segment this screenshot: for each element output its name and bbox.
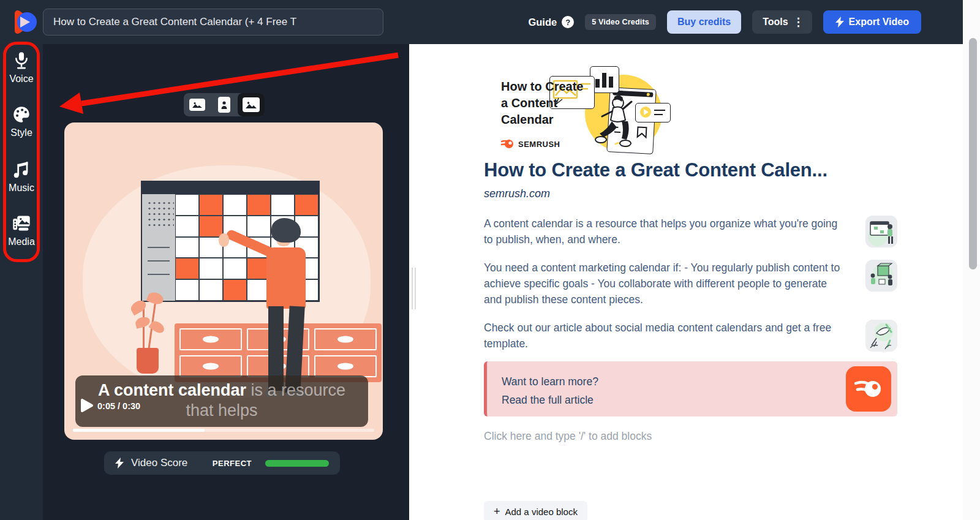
aspect-wide-button-selected[interactable] [238, 93, 265, 116]
top-bar: Guide ? 5 Video Credits Buy credits Tool… [0, 0, 963, 44]
video-canvas[interactable]: A content calendar is a resource that he… [64, 122, 383, 440]
learn-more-callout[interactable]: Want to learn more? Read the full articl… [484, 361, 897, 416]
featured-person-doodle [590, 93, 645, 154]
video-preview-panel: A content calendar is a resource that he… [43, 44, 409, 520]
page-scrollbar [963, 0, 980, 520]
subtitle-overlay[interactable]: A content calendar is a resource that he… [75, 375, 368, 427]
tools-label: Tools [763, 17, 788, 28]
featured-title-line3: Calendar [501, 111, 583, 128]
video-score-meter [265, 460, 329, 467]
featured-image[interactable]: How to Create a Content Calendar SEMRUSH [493, 66, 671, 158]
sidebar-item-music[interactable]: Music [0, 160, 43, 194]
export-label: Export Video [849, 17, 909, 28]
scene-thumbnail-2[interactable] [865, 260, 897, 292]
video-score-bar[interactable]: Video Score PERFECT [104, 451, 340, 475]
storyboard-panel: How to Create a Content Calendar SEMRUSH… [409, 44, 963, 520]
pictory-logo-icon[interactable] [10, 8, 38, 36]
project-title-input[interactable] [43, 9, 383, 36]
music-note-icon [13, 160, 30, 179]
caption-highlight: A content calendar [98, 381, 246, 399]
media-icon [12, 214, 31, 233]
sidebar-label-music: Music [0, 183, 43, 194]
sidebar-label-style: Style [0, 127, 43, 138]
guide-label: Guide [528, 17, 557, 28]
aspect-ratio-toggle [184, 93, 265, 116]
aspect-portrait-button[interactable] [211, 93, 238, 116]
script-block-2: You need a content marketing calendar if… [484, 260, 897, 307]
kebab-menu-icon: ⋮ [793, 17, 804, 28]
add-video-block-button[interactable]: + Add a video block [484, 501, 587, 520]
scrollbar-thumb[interactable] [969, 38, 977, 269]
callout-line2[interactable]: Read the full article [502, 391, 598, 409]
script-text-3[interactable]: Check out our article about social media… [484, 320, 845, 352]
landscape-image-icon [189, 99, 205, 111]
featured-title-line2: a Content [501, 95, 583, 111]
script-block-3: Check out our article about social media… [484, 320, 897, 352]
export-video-button[interactable]: Export Video [823, 10, 921, 34]
add-video-block-label: Add a video block [505, 507, 578, 517]
script-text-1[interactable]: A content calendar is a resource that he… [484, 216, 845, 247]
portrait-person-icon [218, 97, 230, 113]
microphone-icon [13, 51, 30, 70]
sidebar-item-media[interactable]: Media [0, 214, 43, 247]
source-domain: semrush.com [484, 187, 550, 200]
video-score-label: Video Score [131, 457, 187, 469]
video-progress-bar[interactable] [73, 429, 374, 432]
semrush-tile-icon [846, 366, 891, 412]
script-title[interactable]: How to Create a Great Content Calen... [484, 159, 897, 181]
lightning-icon [835, 17, 844, 28]
sidebar-item-style[interactable]: Style [0, 105, 43, 138]
featured-title-line1: How to Create [501, 78, 583, 95]
help-icon[interactable]: ? [562, 16, 574, 28]
sidebar-item-voice[interactable]: Voice [0, 51, 43, 85]
featured-brand-name: SEMRUSH [518, 140, 560, 149]
plus-icon: + [494, 506, 500, 517]
video-score-value: PERFECT [213, 459, 252, 468]
guide-button[interactable]: Guide ? [528, 16, 574, 28]
sidebar-label-voice: Voice [0, 73, 43, 85]
playback-time: 0:05 / 0:30 [97, 401, 140, 411]
panel-resize-handle[interactable] [412, 268, 416, 309]
lightning-icon [115, 458, 124, 469]
add-blocks-placeholder[interactable]: Click here and type '/' to add blocks [484, 430, 652, 443]
sidebar-label-media: Media [0, 236, 43, 247]
scene-thumbnail-3[interactable] [865, 320, 897, 352]
scene-thumbnail-1[interactable] [865, 216, 897, 247]
tools-button[interactable]: Tools ⋮ [752, 10, 812, 34]
semrush-logo-icon [501, 138, 514, 149]
left-sidebar: Voice Style Music [0, 44, 43, 520]
play-button[interactable] [80, 398, 94, 415]
buy-credits-button[interactable]: Buy credits [667, 10, 741, 34]
video-progress-fill [73, 429, 205, 432]
callout-line1: Want to learn more? [502, 372, 598, 391]
wide-image-icon [243, 97, 260, 112]
video-credits-badge: 5 Video Credits [585, 14, 656, 30]
aspect-landscape-button[interactable] [184, 93, 211, 116]
script-text-2[interactable]: You need a content marketing calendar if… [484, 260, 845, 307]
script-block-1: A content calendar is a resource that he… [484, 216, 897, 247]
caption-rest: is a resource [246, 381, 345, 399]
palette-icon [12, 105, 31, 124]
